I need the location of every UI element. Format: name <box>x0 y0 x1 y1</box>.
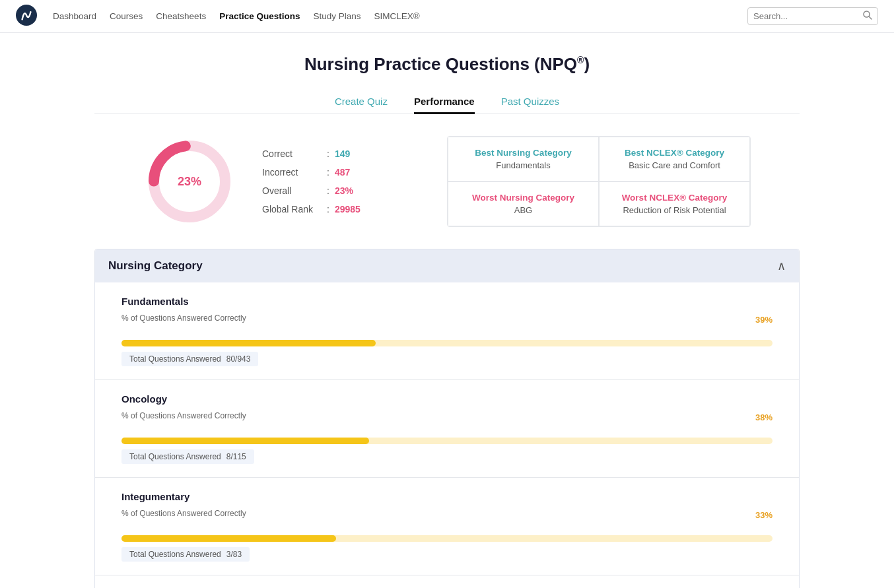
total-questions-value: 8/115 <box>226 452 246 461</box>
best-nclex-sub: Basic Care and Comfort <box>613 160 736 170</box>
total-questions-box: Total Questions Answered 8/115 <box>121 449 254 464</box>
correct-value: 149 <box>335 148 350 159</box>
stat-rows: Correct : 149 Incorrect : 487 Overall : … <box>262 148 421 214</box>
total-questions-value: 3/83 <box>226 550 242 559</box>
worst-nursing-title: Worst Nursing Category <box>462 193 585 203</box>
nav-links: Dashboard Courses Cheatsheets Practice Q… <box>53 9 747 24</box>
bar-label: % of Questions Answered Correctly <box>121 313 773 323</box>
donut-center-label: 23% <box>178 175 201 189</box>
nav-study-plans[interactable]: Study Plans <box>313 9 361 24</box>
overall-label: Overall <box>262 185 322 196</box>
best-nursing-sub: Fundamentals <box>462 160 585 170</box>
best-nursing-title: Best Nursing Category <box>462 148 585 158</box>
overall-value: 23% <box>335 185 353 196</box>
tab-performance[interactable]: Performance <box>414 90 475 114</box>
category-item: Integumentary % of Questions Answered Co… <box>95 478 799 575</box>
bar-wrapper: 38% <box>121 424 773 444</box>
global-rank-value: 29985 <box>335 204 361 214</box>
category-item: Oncology % of Questions Answered Correct… <box>95 380 799 478</box>
total-questions-box: Total Questions Answered 3/83 <box>121 547 250 562</box>
tab-past-quizzes[interactable]: Past Quizzes <box>501 90 559 114</box>
total-questions-label: Total Questions Answered <box>129 452 221 461</box>
bar-percentage: 38% <box>755 412 773 422</box>
category-item-name: Oncology <box>121 393 773 405</box>
section-title: Nursing Category <box>108 259 203 273</box>
stat-overall: Overall : 23% <box>262 185 421 196</box>
worst-nclex-title: Worst NCLEX® Category <box>613 193 736 203</box>
nav-practice-questions[interactable]: Practice Questions <box>219 9 300 24</box>
total-questions-label: Total Questions Answered <box>129 354 221 364</box>
stat-global-rank: Global Rank : 29985 <box>262 204 421 214</box>
section-collapse-toggle[interactable]: ∧ <box>777 259 786 273</box>
donut-chart: 23% <box>143 135 236 228</box>
bar-fill <box>121 535 336 542</box>
worst-nursing-card: Worst Nursing Category ABG <box>448 181 599 226</box>
nav-dashboard[interactable]: Dashboard <box>53 9 96 24</box>
bar-fill <box>121 340 376 346</box>
nav-courses[interactable]: Courses <box>110 9 143 24</box>
incorrect-label: Incorrect <box>262 167 322 178</box>
category-item: Ethical / Legal % of Questions Answered … <box>95 575 799 588</box>
page-content: Nursing Practice Questions (NPQ®) Create… <box>84 33 810 588</box>
best-nclex-card: Best NCLEX® Category Basic Care and Comf… <box>599 137 750 181</box>
bar-label: % of Questions Answered Correctly <box>121 411 773 420</box>
bar-label: % of Questions Answered Correctly <box>121 509 773 518</box>
logo[interactable] <box>16 5 37 28</box>
search-icon <box>863 11 872 22</box>
search-box[interactable] <box>747 7 878 25</box>
page-title: Nursing Practice Questions (NPQ®) <box>94 54 800 75</box>
bar-wrapper: 39% <box>121 327 773 346</box>
stat-correct: Correct : 149 <box>262 148 421 159</box>
nursing-category-section: Nursing Category ∧ Fundamentals % of Que… <box>94 249 800 588</box>
total-questions-label: Total Questions Answered <box>129 550 221 559</box>
bar-track <box>121 340 773 346</box>
global-rank-label: Global Rank <box>262 204 322 214</box>
bar-percentage: 39% <box>755 315 773 325</box>
section-header: Nursing Category ∧ <box>95 249 799 282</box>
bar-track <box>121 438 773 444</box>
stat-incorrect: Incorrect : 487 <box>262 167 421 178</box>
worst-nursing-sub: ABG <box>462 205 585 215</box>
category-item-name: Integumentary <box>121 491 773 502</box>
category-item: Fundamentals % of Questions Answered Cor… <box>95 282 799 380</box>
tabs: Create Quiz Performance Past Quizzes <box>94 90 800 114</box>
best-nursing-card: Best Nursing Category Fundamentals <box>448 137 599 181</box>
nav-simclex[interactable]: SIMCLEX® <box>374 9 420 24</box>
search-input[interactable] <box>753 11 859 21</box>
svg-line-2 <box>869 16 872 19</box>
tab-create-quiz[interactable]: Create Quiz <box>335 90 388 114</box>
best-nclex-title: Best NCLEX® Category <box>613 148 736 158</box>
bar-percentage: 33% <box>755 510 773 520</box>
category-items-list: Fundamentals % of Questions Answered Cor… <box>95 282 799 588</box>
total-questions-value: 80/943 <box>226 354 251 364</box>
bar-fill <box>121 438 369 444</box>
stats-section: 23% Correct : 149 Incorrect : 487 Overal… <box>94 135 800 228</box>
category-item-name: Fundamentals <box>121 296 773 307</box>
worst-nclex-card: Worst NCLEX® Category Reduction of Risk … <box>599 181 750 226</box>
navbar: Dashboard Courses Cheatsheets Practice Q… <box>0 0 894 33</box>
total-questions-box: Total Questions Answered 80/943 <box>121 352 258 366</box>
category-cards: Best Nursing Category Fundamentals Best … <box>447 136 751 227</box>
worst-nclex-sub: Reduction of Risk Potential <box>613 205 736 215</box>
bar-wrapper: 33% <box>121 522 773 542</box>
bar-track <box>121 535 773 542</box>
correct-label: Correct <box>262 148 322 159</box>
nav-cheatsheets[interactable]: Cheatsheets <box>156 9 206 24</box>
incorrect-value: 487 <box>335 167 350 178</box>
